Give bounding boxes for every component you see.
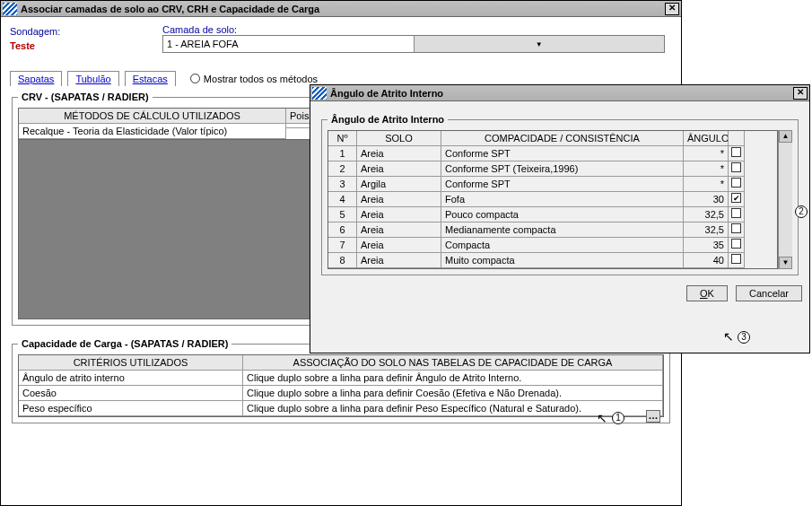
table-row[interactable]: 3ArgilaConforme SPT* — [328, 177, 777, 192]
ellipsis-button[interactable]: … — [646, 410, 660, 423]
radio-icon — [190, 74, 200, 83]
sondagem-label: Sondagem: — [10, 26, 135, 37]
sondagem-value: Teste — [10, 40, 135, 51]
main-title: Associar camadas de solo ao CRV, CRH e C… — [21, 4, 665, 14]
close-icon[interactable]: ✕ — [665, 3, 679, 15]
crv-empty-area — [18, 140, 327, 319]
table-row[interactable]: 7AreiaCompacta35 — [328, 238, 777, 253]
callout-2: 2 — [795, 205, 808, 218]
capacity-col2-header: ASSOCIAÇÃO DO SOLO NAS TABELAS DE CAPACI… — [243, 355, 663, 371]
checkbox[interactable] — [731, 223, 741, 233]
angulo-fieldset: Ângulo de Atrito Interno Nº SOLO COMPACI… — [321, 114, 799, 275]
table-row[interactable]: 6AreiaMedianamente compacta32,5 — [328, 222, 777, 238]
capacity-row-peso[interactable]: Peso específico Clique duplo sobre a lin… — [19, 401, 663, 416]
chevron-down-icon[interactable]: ▼ — [414, 36, 665, 52]
app-icon — [312, 87, 327, 100]
camada-label: Camada de solo: — [162, 24, 665, 35]
checkbox[interactable] — [731, 147, 741, 157]
hdr-n: Nº — [328, 131, 357, 146]
table-row[interactable]: 2AreiaConforme SPT (Teixeira,1996)* — [328, 161, 777, 177]
angulo-table: Nº SOLO COMPACIDADE / CONSISTÊNCIA ÂNGUL… — [327, 130, 778, 269]
radio-label: Mostrar todos os métodos — [204, 74, 318, 84]
table-row[interactable]: 1AreiaConforme SPT* — [328, 146, 777, 161]
tab-tubulao[interactable]: Tubulão — [67, 71, 118, 86]
scroll-up-icon[interactable]: ▲ — [779, 130, 792, 143]
dialog-titlebar[interactable]: Ângulo de Atrito Interno ✕ — [310, 85, 809, 101]
angulo-legend: Ângulo de Atrito Interno — [327, 114, 448, 125]
camada-value: 1 - AREIA FOFA — [163, 39, 414, 49]
table-row[interactable]: 8AreiaMuito compacta40 — [328, 253, 777, 268]
capacity-col1-header: CRITÉRIOS UTILIZADOS — [19, 355, 243, 371]
camada-combo[interactable]: 1 - AREIA FOFA ▼ — [162, 35, 665, 53]
capacity-row-coesao[interactable]: Coesão Clique duplo sobre a linha para d… — [19, 386, 663, 401]
ok-button[interactable]: OK — [686, 285, 728, 301]
callout-1: 1 — [612, 412, 624, 424]
hdr-solo: SOLO — [357, 131, 441, 146]
checkbox[interactable] — [731, 178, 741, 188]
checkbox[interactable] — [731, 254, 741, 264]
checkbox[interactable] — [731, 193, 741, 203]
crv-row1-c1[interactable]: Recalque - Teoria da Elasticidade (Valor… — [19, 124, 286, 139]
crv-col1-header: MÉTODOS DE CÁLCULO UTILIZADOS — [19, 109, 286, 124]
scroll-down-icon[interactable]: ▼ — [779, 257, 792, 269]
table-row[interactable]: 5AreiaPouco compacta32,5 — [328, 207, 777, 222]
table-row[interactable]: 4AreiaFofa30 — [328, 192, 777, 207]
scrollbar[interactable]: ▲ ▼ — [778, 130, 792, 269]
show-all-methods-radio[interactable]: Mostrar todos os métodos — [190, 74, 318, 84]
hdr-ang: ÂNGULO — [684, 131, 729, 146]
tab-sapatas[interactable]: Sapatas — [10, 71, 62, 86]
crv-legend: CRV - (SAPATAS / RADIER) — [18, 92, 153, 102]
hdr-comp: COMPACIDADE / CONSISTÊNCIA — [441, 131, 684, 146]
checkbox[interactable] — [731, 162, 741, 172]
capacity-row-angulo[interactable]: Ângulo de atrito interno Clique duplo so… — [19, 371, 663, 386]
scroll-track[interactable] — [779, 143, 792, 257]
close-icon[interactable]: ✕ — [793, 87, 808, 100]
app-icon — [3, 3, 17, 15]
checkbox[interactable] — [731, 208, 741, 218]
main-titlebar[interactable]: Associar camadas de solo ao CRV, CRH e C… — [1, 1, 681, 17]
checkbox[interactable] — [731, 239, 741, 249]
dialog-title: Ângulo de Atrito Interno — [330, 88, 793, 99]
cancel-button[interactable]: Cancelar — [736, 285, 802, 301]
angulo-dialog: Ângulo de Atrito Interno ✕ Ângulo de Atr… — [310, 84, 810, 353]
capacity-legend: Capacidade de Carga - (SAPATAS / RADIER) — [18, 338, 231, 349]
hdr-chk — [729, 131, 745, 146]
tab-estacas[interactable]: Estacas — [125, 71, 176, 86]
callout-3: 3 — [738, 331, 750, 344]
